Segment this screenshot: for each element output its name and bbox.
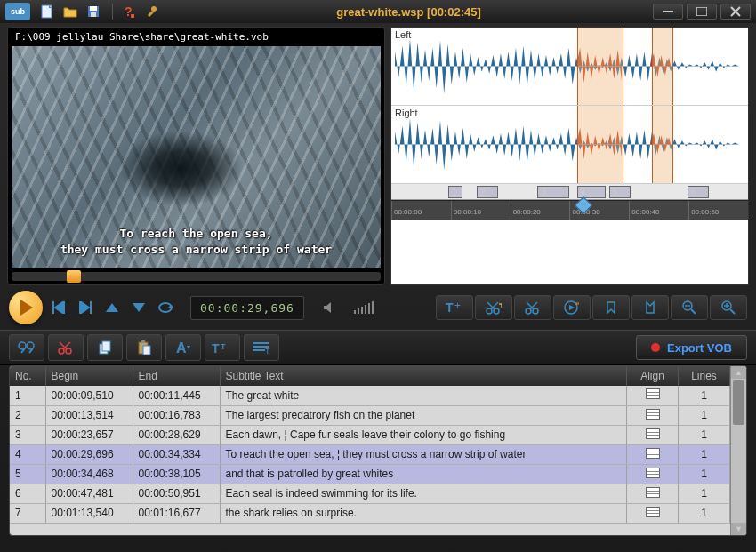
text-size-button[interactable]: TT xyxy=(205,334,240,361)
waveform-right-label: Right xyxy=(395,108,418,118)
subtitle-toolbar: A TT T Export VOB xyxy=(0,330,756,365)
segment-bar[interactable]: 1. 2. 3. 4. 5. 6. xyxy=(391,184,748,200)
svg-text:»: » xyxy=(575,300,580,308)
video-seek-bar[interactable] xyxy=(12,272,381,281)
table-header-row: No. Begin End Subtitle Text Align Lines xyxy=(10,366,730,386)
seek-thumb[interactable] xyxy=(67,270,81,283)
svg-rect-8 xyxy=(696,7,707,16)
svg-point-21 xyxy=(27,342,34,349)
segment[interactable]: 1. xyxy=(448,186,462,198)
table-row[interactable]: 100:00:09,51000:00:11,445The great white… xyxy=(10,386,730,405)
app-logo: sub xyxy=(5,3,30,20)
svg-rect-3 xyxy=(91,12,96,17)
cut-button[interactable] xyxy=(48,334,84,361)
titlebar: sub ? great-white.wsp [00:02:45] xyxy=(0,0,756,23)
segment[interactable]: 2. xyxy=(477,186,498,198)
table-row[interactable]: 300:00:23,65700:00:28,629Each dawn, ¦ Ca… xyxy=(10,425,730,444)
zoom-in-button[interactable] xyxy=(710,295,747,320)
add-text-button[interactable]: T+ xyxy=(436,295,473,320)
table-row[interactable]: 700:01:13,54000:01:16,677the shark relie… xyxy=(10,503,730,523)
col-text[interactable]: Subtitle Text xyxy=(220,366,627,386)
waveform-right[interactable]: Right xyxy=(391,106,748,184)
segment[interactable]: 5. xyxy=(609,186,631,198)
col-begin[interactable]: Begin xyxy=(45,366,133,386)
align-icon[interactable] xyxy=(646,507,660,517)
scroll-thumb[interactable] xyxy=(733,380,744,425)
align-icon[interactable] xyxy=(646,468,660,478)
video-preview[interactable]: To reach the open sea, they must cross a… xyxy=(12,46,381,268)
svg-rect-5 xyxy=(131,14,134,18)
time-ruler[interactable]: 00:00:00 00:00:10 00:00:20 00:00:30 00:0… xyxy=(391,200,748,220)
waveform-panel: Left Right xyxy=(390,27,749,285)
minimize-button[interactable] xyxy=(653,4,683,20)
scroll-up-button[interactable]: ▲ xyxy=(731,366,746,379)
playhead-cursor[interactable] xyxy=(577,44,590,220)
table-row[interactable]: 200:00:13,51400:00:16,783The largest pre… xyxy=(10,405,730,425)
separator xyxy=(112,4,113,20)
table-row[interactable]: 400:00:29,69600:00:34,334To reach the op… xyxy=(10,444,730,464)
svg-rect-28 xyxy=(143,346,150,355)
up-arrow-button[interactable] xyxy=(101,297,123,318)
svg-text:T: T xyxy=(446,300,454,315)
video-filepath: F:\009 jellylau Share\share\great-white.… xyxy=(12,31,381,46)
zoom-out-button[interactable] xyxy=(671,295,708,320)
scroll-down-button[interactable]: ▼ xyxy=(731,523,746,535)
marker-in-button[interactable] xyxy=(592,295,630,320)
align-icon[interactable] xyxy=(646,388,660,399)
svg-text:+: + xyxy=(454,300,461,312)
col-align[interactable]: Align xyxy=(627,366,679,386)
paste-button[interactable] xyxy=(126,334,162,361)
cut-start-button[interactable] xyxy=(475,295,512,320)
table-scrollbar[interactable]: ▲ ▼ xyxy=(730,366,746,535)
align-icon[interactable] xyxy=(646,428,660,439)
next-button[interactable] xyxy=(75,297,96,318)
volume-bars[interactable] xyxy=(354,301,374,314)
open-file-button[interactable] xyxy=(60,3,80,20)
align-icon[interactable] xyxy=(646,487,660,498)
segment[interactable]: 3. xyxy=(537,186,569,198)
mute-button[interactable] xyxy=(318,297,340,318)
window-title: great-white.wsp [00:02:45] xyxy=(165,5,653,19)
font-button[interactable]: A xyxy=(165,334,201,361)
video-caption: To reach the open sea, they must cross a… xyxy=(12,226,381,258)
col-no[interactable]: No. xyxy=(10,366,45,386)
play-segment-button[interactable]: » xyxy=(553,295,591,320)
copy-button[interactable] xyxy=(87,334,123,361)
text-align-button[interactable]: T xyxy=(244,334,279,361)
loop-button[interactable] xyxy=(155,297,176,318)
play-button[interactable] xyxy=(9,291,43,324)
table-row[interactable]: 500:00:34,46800:00:38,105 and that is pa… xyxy=(10,464,730,484)
svg-rect-7 xyxy=(663,11,673,12)
help-button[interactable]: ? xyxy=(118,3,138,20)
waveform-left[interactable]: Left xyxy=(391,28,748,106)
svg-rect-27 xyxy=(141,340,145,343)
table-row[interactable]: 600:00:47,48100:00:50,951Each seal is in… xyxy=(10,484,730,503)
close-button[interactable] xyxy=(720,4,751,20)
svg-text:T: T xyxy=(265,347,270,354)
record-icon xyxy=(651,343,660,352)
new-file-button[interactable] xyxy=(37,3,57,20)
col-end[interactable]: End xyxy=(133,366,220,386)
prev-button[interactable] xyxy=(48,297,69,318)
save-button[interactable] xyxy=(84,3,103,20)
svg-point-20 xyxy=(19,342,26,349)
waveform-left-label: Left xyxy=(395,29,411,40)
cut-end-button[interactable] xyxy=(514,295,551,320)
svg-rect-25 xyxy=(102,341,110,351)
waveform-tools: T+ » xyxy=(436,295,747,320)
align-icon[interactable] xyxy=(646,409,660,420)
align-icon[interactable] xyxy=(646,448,660,459)
svg-text:A: A xyxy=(176,340,187,355)
col-lines[interactable]: Lines xyxy=(679,366,730,386)
settings-button[interactable] xyxy=(141,3,161,20)
timecode-display: 00:00:29,696 xyxy=(190,296,304,320)
subtitle-table: No. Begin End Subtitle Text Align Lines … xyxy=(9,365,747,536)
maximize-button[interactable] xyxy=(687,4,717,20)
segment[interactable]: 6. xyxy=(688,186,709,198)
down-arrow-button[interactable] xyxy=(128,297,149,318)
find-button[interactable] xyxy=(9,334,44,361)
svg-text:T: T xyxy=(212,341,220,355)
export-vob-button[interactable]: Export VOB xyxy=(636,335,747,360)
svg-point-6 xyxy=(151,6,157,12)
marker-out-button[interactable] xyxy=(631,295,669,320)
